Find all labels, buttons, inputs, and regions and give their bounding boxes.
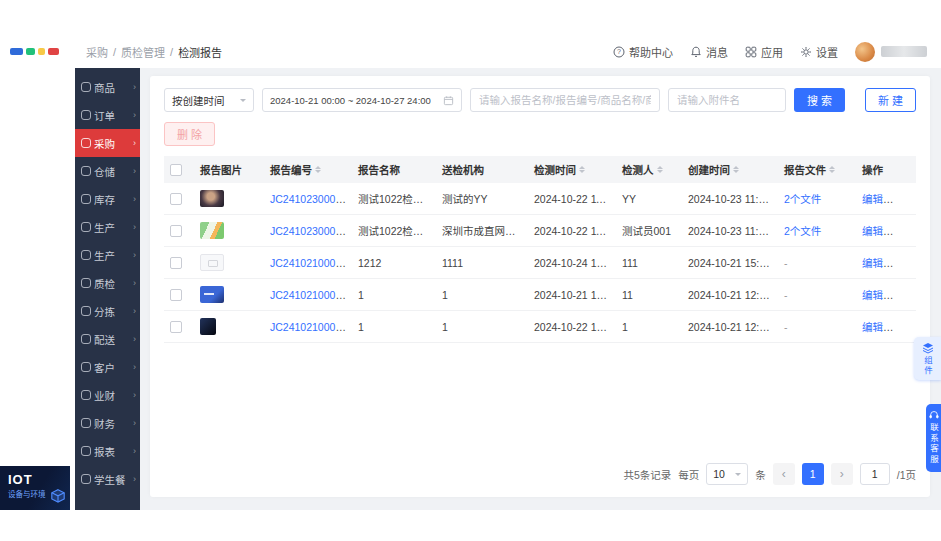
sidebar-item-label: 报表 bbox=[94, 444, 130, 459]
menu-icon bbox=[81, 138, 91, 148]
sidebar-item[interactable]: 生产 › bbox=[75, 213, 140, 241]
column-header[interactable]: 操作 bbox=[856, 156, 916, 183]
row-checkbox[interactable] bbox=[170, 289, 182, 301]
date-range-picker[interactable]: 2024-10-21 00:00 ~ 2024-10-27 24:00 bbox=[262, 88, 462, 112]
report-thumbnail[interactable] bbox=[200, 318, 216, 335]
breadcrumb-item[interactable]: 采购 bbox=[86, 44, 108, 60]
report-files-link[interactable]: 2个文件 bbox=[784, 193, 821, 205]
help-circle-icon: ? bbox=[613, 46, 625, 58]
report-code-link[interactable]: JC24102100002 bbox=[270, 289, 347, 301]
edit-link[interactable]: 编辑 bbox=[862, 321, 883, 333]
sidebar-item[interactable]: 客户 › bbox=[75, 353, 140, 381]
edit-link[interactable]: 编辑 bbox=[862, 193, 883, 205]
avatar[interactable] bbox=[855, 42, 875, 62]
sidebar-item[interactable]: 质检 › bbox=[75, 269, 140, 297]
tester-cell: 11 bbox=[616, 279, 682, 311]
tester-cell: 1 bbox=[616, 311, 682, 343]
column-header[interactable]: 创建时间 bbox=[682, 156, 778, 183]
settings-button[interactable]: 设置 bbox=[800, 44, 838, 60]
edit-link[interactable]: 编辑 bbox=[862, 257, 883, 269]
report-files-link[interactable]: - bbox=[784, 289, 788, 301]
row-checkbox[interactable] bbox=[170, 321, 182, 333]
column-header[interactable]: 送检机构 bbox=[436, 156, 528, 183]
menu-icon bbox=[81, 362, 91, 372]
column-header[interactable]: 报告名称 bbox=[352, 156, 436, 183]
report-code-link[interactable]: JC24102300006 bbox=[270, 193, 347, 205]
report-code-link[interactable]: JC24102100001 bbox=[270, 321, 347, 333]
sidebar-item[interactable]: 学生餐 › bbox=[75, 465, 140, 493]
current-page-button[interactable]: 1 bbox=[802, 463, 824, 485]
sidebar-item[interactable]: 商品 › bbox=[75, 73, 140, 101]
sidebar-item[interactable]: 生产 › bbox=[75, 241, 140, 269]
logo-bar bbox=[48, 48, 59, 55]
report-name-cell: 1 bbox=[352, 279, 436, 311]
report-thumbnail[interactable] bbox=[200, 190, 224, 207]
row-checkbox[interactable] bbox=[170, 193, 182, 205]
delete-link[interactable]: 删除 bbox=[892, 257, 913, 269]
column-header[interactable]: 检测时间 bbox=[528, 156, 616, 183]
time-field-select[interactable]: 按创建时间 bbox=[164, 88, 254, 112]
report-code-link[interactable]: JC24102100003 bbox=[270, 257, 347, 269]
sidebar-item[interactable]: 报表 › bbox=[75, 437, 140, 465]
report-files-link[interactable]: 2个文件 bbox=[784, 225, 821, 237]
breadcrumb-item[interactable]: 质检管理 bbox=[121, 44, 165, 60]
edit-link[interactable]: 编辑 bbox=[862, 225, 883, 237]
help-center-button[interactable]: ? 帮助中心 bbox=[613, 44, 673, 60]
attachment-search-input[interactable] bbox=[668, 88, 786, 112]
sidebar-item[interactable]: 分拣 › bbox=[75, 297, 140, 325]
delete-link[interactable]: 删除 bbox=[892, 289, 913, 301]
menu-icon bbox=[81, 222, 91, 232]
row-checkbox[interactable] bbox=[170, 225, 182, 237]
column-header[interactable]: 报告编号 bbox=[264, 156, 352, 183]
keyword-search-input[interactable] bbox=[470, 88, 660, 112]
messages-button[interactable]: 消息 bbox=[690, 44, 728, 60]
report-table: 报告图片 报告编号 报告名称 bbox=[164, 156, 916, 343]
created-time-cell: 2024-10-21 12:25:07 bbox=[682, 279, 778, 311]
messages-label: 消息 bbox=[706, 44, 728, 60]
created-time-cell: 2024-10-23 11:28:32 bbox=[682, 183, 778, 215]
page-jump-input[interactable] bbox=[860, 463, 890, 485]
test-time-cell: 2024-10-21 10:24:00 bbox=[528, 279, 616, 311]
search-button[interactable]: 搜 索 bbox=[794, 88, 845, 112]
chevron-right-icon: › bbox=[133, 110, 136, 120]
contact-service-button[interactable]: 联系客服 bbox=[926, 404, 941, 472]
logo-bar bbox=[10, 48, 23, 55]
column-header[interactable]: 报告文件 bbox=[778, 156, 856, 183]
sidebar-item-label: 生产 bbox=[94, 248, 130, 263]
column-header[interactable]: 报告图片 bbox=[194, 156, 264, 183]
user-menu[interactable] bbox=[855, 42, 927, 62]
row-checkbox[interactable] bbox=[170, 257, 182, 269]
create-button[interactable]: 新 建 bbox=[865, 88, 916, 112]
report-thumbnail[interactable] bbox=[200, 222, 224, 239]
delete-link[interactable]: 删除 bbox=[892, 225, 913, 237]
topbar: 采购 / 质检管理 / 检测报告 ? 帮助中心 消息 应用 设置 bbox=[0, 35, 941, 68]
next-page-button[interactable]: › bbox=[831, 463, 853, 485]
report-thumbnail[interactable] bbox=[200, 286, 224, 303]
page-size-select[interactable]: 10 bbox=[706, 463, 748, 485]
apps-button[interactable]: 应用 bbox=[745, 44, 783, 60]
column-header[interactable]: 检测人 bbox=[616, 156, 682, 183]
delete-link[interactable]: 删除 bbox=[892, 321, 913, 333]
sidebar-item[interactable]: 财务 › bbox=[75, 409, 140, 437]
sidebar-item[interactable]: 库存 › bbox=[75, 185, 140, 213]
delete-link[interactable]: 删除 bbox=[892, 193, 913, 205]
menu-icon bbox=[81, 82, 91, 92]
report-files-link[interactable]: - bbox=[784, 321, 788, 333]
sidebar-item-label: 客户 bbox=[94, 360, 130, 375]
sidebar-item[interactable]: 配送 › bbox=[75, 325, 140, 353]
prev-page-button[interactable]: ‹ bbox=[773, 463, 795, 485]
topbar-actions: ? 帮助中心 消息 应用 设置 bbox=[613, 42, 927, 62]
sidebar-item[interactable]: 业财 › bbox=[75, 381, 140, 409]
sidebar-item[interactable]: 订单 › bbox=[75, 101, 140, 129]
select-all-checkbox[interactable] bbox=[170, 164, 182, 176]
table-row: JC24102100002 1 1 2024-10-21 10:24:00 11… bbox=[164, 279, 916, 311]
sidebar-item[interactable]: 仓储 › bbox=[75, 157, 140, 185]
edit-link[interactable]: 编辑 bbox=[862, 289, 883, 301]
report-name-cell: 测试1022检测报告 bbox=[352, 215, 436, 247]
report-files-link[interactable]: - bbox=[784, 257, 788, 269]
sidebar-item[interactable]: 采购 › bbox=[75, 129, 140, 157]
bulk-delete-button[interactable]: 删 除 bbox=[164, 122, 215, 146]
report-thumbnail[interactable] bbox=[200, 254, 224, 271]
report-code-link[interactable]: JC24102300005 bbox=[270, 225, 347, 237]
widget-panel-button[interactable]: 组件 bbox=[914, 337, 941, 380]
